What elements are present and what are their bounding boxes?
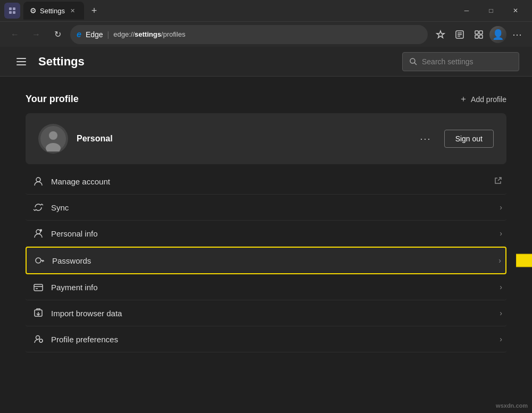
forward-button[interactable]: → (28, 26, 45, 43)
svg-point-22 (36, 258, 41, 263)
edge-logo-icon: e (77, 30, 81, 39)
passwords-icon (31, 255, 48, 266)
sidebar-toggle[interactable] (4, 3, 20, 19)
profile-card: Personal ··· Sign out (26, 113, 506, 164)
nav-right-icons: 👤 ⋯ (432, 26, 526, 43)
collections-button[interactable] (470, 26, 487, 43)
passwords-label: Passwords (48, 256, 498, 265)
avatar[interactable]: 👤 (489, 26, 506, 43)
add-profile-label: Add profile (471, 95, 506, 104)
profile-more-button[interactable]: ··· (416, 131, 436, 147)
svg-line-13 (414, 63, 417, 65)
svg-point-12 (410, 58, 415, 63)
personal-info-item[interactable]: + Personal info › (26, 221, 506, 247)
manage-account-item[interactable]: Manage account (26, 168, 506, 195)
window-controls: ─ □ ✕ (454, 2, 528, 19)
close-button[interactable]: ✕ (503, 2, 528, 19)
avatar (38, 124, 68, 154)
svg-line-18 (498, 178, 501, 181)
profile-section-header: Your profile ＋ Add profile (26, 94, 506, 105)
refresh-button[interactable]: ↻ (49, 26, 66, 43)
address-bar[interactable]: e Edge | edge://settings/profiles (70, 25, 428, 44)
sync-label: Sync (47, 203, 500, 212)
profile-preferences-icon (30, 334, 47, 344)
settings-header: Settings Search settings (0, 47, 532, 77)
personal-info-label: Personal info (47, 229, 500, 238)
menu-list: Manage account Sync › (26, 168, 506, 352)
svg-rect-9 (479, 31, 483, 34)
profile-preferences-label: Profile preferences (47, 335, 500, 344)
address-separator: | (107, 30, 110, 39)
svg-rect-8 (475, 31, 478, 34)
svg-rect-0 (9, 7, 12, 10)
profile-section-title: Your profile (26, 94, 79, 105)
profile-preferences-arrow-icon: › (500, 335, 502, 343)
settings-tab-icon: ⚙ (30, 6, 37, 15)
reading-list-button[interactable] (451, 26, 468, 43)
manage-account-icon (30, 176, 47, 187)
personal-info-arrow-icon: › (500, 229, 502, 238)
svg-point-17 (36, 178, 40, 182)
payment-info-item[interactable]: Payment info › (26, 274, 506, 300)
passwords-arrow-icon: › (498, 256, 501, 265)
more-options-button[interactable]: ⋯ (509, 26, 526, 43)
sync-icon (30, 202, 47, 213)
payment-info-label: Payment info (47, 283, 500, 292)
svg-text:+: + (40, 230, 41, 232)
favorites-button[interactable] (432, 26, 449, 43)
hamburger-button[interactable] (13, 53, 30, 70)
new-tab-button[interactable]: + (86, 3, 102, 19)
svg-rect-11 (479, 35, 483, 38)
address-text: edge://settings/profiles (113, 30, 185, 38)
tab-strip: ⚙ Settings ✕ + (23, 2, 451, 20)
maximize-button[interactable]: □ (479, 2, 503, 19)
svg-point-32 (36, 336, 40, 340)
payment-info-arrow-icon: › (500, 283, 502, 291)
add-profile-button[interactable]: ＋ Add profile (459, 94, 506, 105)
import-browser-data-label: Import browser data (47, 309, 500, 318)
tab-close-button[interactable]: ✕ (68, 6, 78, 15)
svg-rect-10 (475, 35, 478, 38)
search-placeholder: Search settings (422, 57, 473, 66)
profile-preferences-item[interactable]: Profile preferences › (26, 326, 506, 352)
svg-marker-26 (516, 247, 532, 274)
import-browser-data-arrow-icon: › (500, 309, 502, 317)
main-content: Your profile ＋ Add profile Personal ··· … (0, 77, 532, 413)
edge-label: Edge (86, 30, 103, 39)
sign-out-button[interactable]: Sign out (444, 130, 494, 148)
arrow-annotation (516, 245, 532, 276)
sync-item[interactable]: Sync › (26, 195, 506, 221)
minimize-button[interactable]: ─ (454, 2, 479, 19)
svg-point-19 (36, 230, 40, 234)
svg-rect-1 (13, 7, 15, 10)
nav-bar: ← → ↻ e Edge | edge://settings/profiles (0, 21, 532, 47)
profile-name: Personal (77, 134, 408, 144)
search-settings-input[interactable]: Search settings (402, 52, 519, 71)
import-browser-data-icon (30, 308, 47, 318)
page-title: Settings (38, 55, 394, 69)
passwords-item[interactable]: Passwords › (26, 247, 506, 274)
svg-rect-3 (13, 11, 15, 14)
manage-account-label: Manage account (47, 177, 494, 186)
svg-rect-27 (34, 284, 43, 291)
import-browser-data-item[interactable]: Import browser data › (26, 300, 506, 326)
add-profile-icon: ＋ (459, 94, 468, 105)
svg-rect-2 (9, 11, 12, 14)
title-bar: ⚙ Settings ✕ + ─ □ ✕ (0, 0, 532, 21)
personal-info-icon: + (30, 228, 47, 239)
manage-account-external-icon (494, 176, 502, 187)
back-button[interactable]: ← (6, 26, 23, 43)
watermark: wsxdn.com (496, 402, 528, 409)
sync-arrow-icon: › (500, 203, 502, 212)
payment-info-icon (30, 282, 47, 292)
settings-tab[interactable]: ⚙ Settings ✕ (23, 2, 84, 20)
svg-point-15 (49, 131, 57, 140)
settings-tab-label: Settings (40, 7, 65, 15)
